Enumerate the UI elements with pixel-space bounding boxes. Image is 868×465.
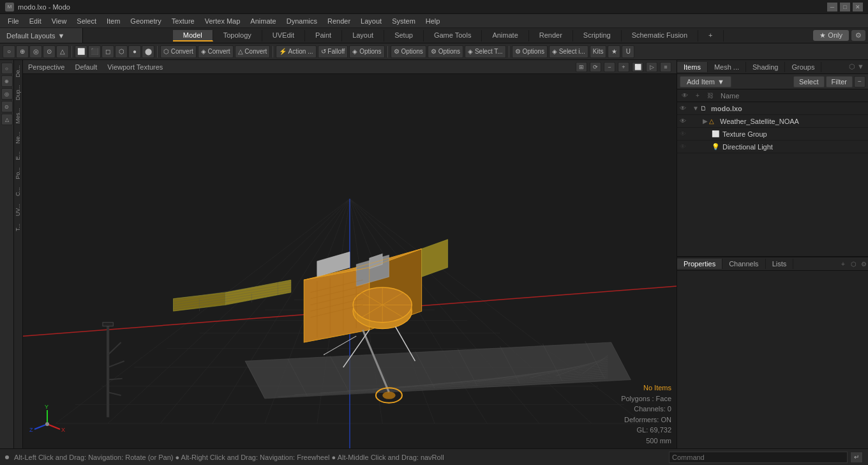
- viewport[interactable]: Perspective Default Viewport Textures ⊞ …: [23, 60, 677, 448]
- vp-play-btn[interactable]: ▷: [646, 62, 657, 72]
- left-panel-label-3[interactable]: Mes...: [14, 105, 22, 126]
- layout-dropdown[interactable]: Default Layouts ▼: [0, 28, 83, 43]
- items-list[interactable]: 👁 ▼ 🗋 modo.lxo 👁 ▶ △ Weather_Satellite_N…: [677, 102, 868, 256]
- tb-vertex-btn[interactable]: ⊕: [16, 45, 29, 58]
- vp-zoom-out-btn[interactable]: −: [604, 62, 615, 72]
- left-panel-label-4[interactable]: Ne...: [14, 129, 22, 146]
- menu-file[interactable]: File: [3, 16, 24, 26]
- tb-tool4[interactable]: ⬡: [115, 45, 128, 58]
- layout-gear-button[interactable]: ⚙: [851, 30, 865, 41]
- left-panel-label-6[interactable]: Po...: [14, 165, 22, 182]
- tab-groups[interactable]: Groups: [785, 62, 821, 72]
- left-panel-label-8[interactable]: UV...: [14, 201, 22, 218]
- vp-zoom-in-btn[interactable]: +: [618, 62, 629, 72]
- left-panel-label-1[interactable]: De...: [14, 63, 22, 80]
- tb-tool2[interactable]: ⬛: [88, 45, 101, 58]
- menu-view[interactable]: View: [47, 16, 72, 26]
- tb-star[interactable]: ★: [608, 45, 620, 58]
- tb-tool3[interactable]: ◻: [101, 45, 114, 58]
- select-button[interactable]: Select: [793, 76, 825, 88]
- eye-icon-1[interactable]: 👁: [680, 118, 690, 125]
- tb-tool1[interactable]: ⬜: [75, 45, 87, 58]
- vp-grid-btn[interactable]: ⊞: [576, 62, 587, 72]
- only-button[interactable]: ★ Only: [813, 30, 849, 41]
- menu-item[interactable]: Item: [101, 16, 125, 26]
- tb-edge-btn[interactable]: ◎: [29, 45, 42, 58]
- tab-properties[interactable]: Properties: [677, 259, 722, 269]
- nav-cube[interactable]: X Z Y: [28, 405, 66, 443]
- viewport-default[interactable]: Default: [75, 63, 97, 71]
- tb-action[interactable]: ⚡ Action ...: [276, 45, 316, 58]
- tb-polygon-btn[interactable]: ⊙: [43, 45, 56, 58]
- list-item-0[interactable]: 👁 ▼ 🗋 modo.lxo: [677, 102, 868, 115]
- tb-item-btn[interactable]: △: [56, 45, 69, 58]
- tab-animate[interactable]: Animate: [482, 30, 528, 42]
- add-icon[interactable]: +: [692, 91, 703, 101]
- left-panel-label-9[interactable]: T...: [14, 221, 22, 234]
- tab-shading[interactable]: Shading: [746, 62, 785, 72]
- list-item-1[interactable]: 👁 ▶ △ Weather_Satellite_NOAA: [677, 115, 868, 128]
- tab-render[interactable]: Render: [529, 30, 573, 42]
- vp-rotate-btn[interactable]: ⟳: [590, 62, 601, 72]
- tab-channels[interactable]: Channels: [722, 259, 765, 269]
- sidebar-tool-2[interactable]: ⊕: [1, 75, 13, 87]
- tb-options1[interactable]: ◈ Options: [349, 45, 384, 58]
- tb-tool6[interactable]: ⬤: [142, 45, 154, 58]
- scene-3d[interactable]: No Items Polygons : Face Channels: 0 Def…: [23, 74, 677, 448]
- tb-select-mode-btn[interactable]: ○: [3, 45, 15, 58]
- tab-model[interactable]: Model: [173, 30, 213, 42]
- close-button[interactable]: ✕: [853, 3, 863, 11]
- prop-expand-icon-3[interactable]: ⚙: [859, 259, 868, 268]
- tab-scripting[interactable]: Scripting: [573, 30, 622, 42]
- add-item-button[interactable]: Add Item ▼: [680, 76, 731, 88]
- left-panel-label-7[interactable]: C...: [14, 185, 22, 199]
- tab-items[interactable]: Items: [677, 62, 708, 72]
- eye-icon-3[interactable]: 👁: [680, 143, 690, 150]
- filter-button[interactable]: Filter: [826, 76, 853, 88]
- tab-add[interactable]: +: [698, 30, 723, 42]
- menu-texture[interactable]: Texture: [167, 16, 200, 26]
- tb-convert1[interactable]: ⬡ Convert: [160, 45, 197, 58]
- tb-kits[interactable]: Kits: [590, 45, 607, 58]
- tab-uvedit[interactable]: UVEdit: [262, 30, 305, 42]
- sidebar-tool-4[interactable]: ⊙: [1, 101, 13, 112]
- vp-layout-btn[interactable]: ≡: [660, 62, 671, 72]
- list-item-3[interactable]: 👁 💡 Directional Light: [677, 141, 868, 153]
- menu-render[interactable]: Render: [322, 16, 355, 26]
- link-icon[interactable]: ⛓: [705, 91, 715, 101]
- left-panel-label-2[interactable]: Dup...: [14, 82, 22, 103]
- menu-system[interactable]: System: [387, 16, 421, 26]
- tb-options3[interactable]: ⚙ Options: [428, 45, 463, 58]
- minimize-button[interactable]: ─: [827, 3, 837, 11]
- tab-topology[interactable]: Topology: [213, 30, 262, 42]
- menu-dynamics[interactable]: Dynamics: [281, 16, 322, 26]
- command-input[interactable]: [669, 452, 848, 463]
- menu-layout[interactable]: Layout: [355, 16, 387, 26]
- tab-game-tools[interactable]: Game Tools: [424, 30, 483, 42]
- tb-unreal[interactable]: U: [622, 45, 634, 58]
- tb-select-t[interactable]: ◈ Select T...: [465, 45, 506, 58]
- vp-frame-btn[interactable]: ⬜: [632, 62, 643, 72]
- tb-options4[interactable]: ⚙ Options: [512, 45, 548, 58]
- prop-expand-icon-1[interactable]: +: [839, 259, 848, 268]
- sidebar-tool-3[interactable]: ◎: [1, 88, 13, 100]
- command-submit-btn[interactable]: ↵: [850, 452, 863, 463]
- panel-expand-icon[interactable]: ⬡ ▼: [845, 61, 868, 72]
- prop-expand-icon-2[interactable]: ⬡: [849, 259, 858, 268]
- items-minus-btn[interactable]: −: [854, 76, 865, 88]
- tb-convert3[interactable]: △ Convert: [235, 45, 271, 58]
- menu-animate[interactable]: Animate: [245, 16, 281, 26]
- eye-toggle-icon[interactable]: 👁: [680, 91, 690, 101]
- tab-schematic-fusion[interactable]: Schematic Fusion: [622, 30, 698, 42]
- sidebar-tool-1[interactable]: ○: [1, 63, 13, 74]
- list-item-2[interactable]: 👁 ⬜ Texture Group: [677, 128, 868, 141]
- maximize-button[interactable]: □: [840, 3, 850, 11]
- tab-mesh[interactable]: Mesh ...: [708, 62, 746, 72]
- tb-select-i[interactable]: ◈ Select i...: [549, 45, 588, 58]
- arrow-icon-0[interactable]: ▼: [692, 105, 699, 112]
- menu-geometry[interactable]: Geometry: [125, 16, 166, 26]
- menu-help[interactable]: Help: [421, 16, 445, 26]
- eye-icon-0[interactable]: 👁: [680, 105, 690, 112]
- tb-tool5[interactable]: ●: [128, 45, 141, 58]
- tb-convert2[interactable]: ◈ Convert: [198, 45, 234, 58]
